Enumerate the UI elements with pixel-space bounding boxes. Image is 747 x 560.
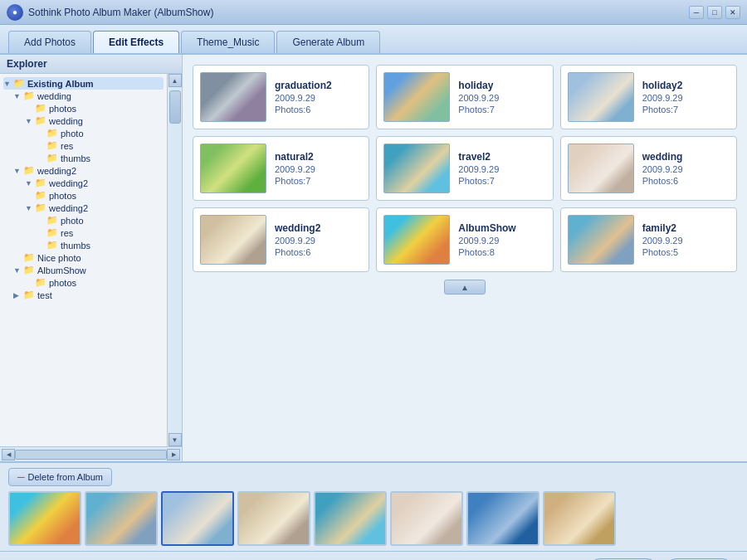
- album-card-wedding-album[interactable]: wedding 2009.9.29 Photos:6: [560, 136, 737, 201]
- strip-thumbnail-s7[interactable]: [466, 491, 540, 546]
- album-photos-count: Photos:7: [458, 105, 499, 114]
- tree-item-thumbs2[interactable]: 📁 thumbs: [3, 239, 164, 251]
- folder-icon: 📁: [13, 78, 25, 89]
- scroll-left-button[interactable]: ◀: [2, 449, 15, 460]
- strip-thumbnail-s8[interactable]: [543, 491, 616, 546]
- tree-item-res1[interactable]: 📁 res: [3, 139, 164, 152]
- restore-button[interactable]: □: [707, 6, 722, 19]
- footer: 💾 Save ◀ Back Next ▶: [0, 551, 747, 560]
- tree-item-photos2[interactable]: 📁 photos: [3, 189, 164, 202]
- tree-item-wedding[interactable]: ▼ 📁 wedding: [3, 90, 164, 102]
- album-name: graduation2: [275, 80, 332, 91]
- album-photos-count: Photos:6: [275, 247, 320, 257]
- tree-label: AlbumShow: [37, 265, 86, 275]
- album-photos-count: Photos:5: [642, 247, 683, 257]
- expand-icon: ▶: [13, 291, 22, 299]
- tree-item-photos3[interactable]: 📁 photos: [3, 276, 164, 289]
- album-card-travel2[interactable]: travel2 2009.9.29 Photos:7: [376, 136, 553, 201]
- tree-item-photos1[interactable]: 📁 photos: [3, 102, 164, 114]
- tree-item-wedding2-sub2[interactable]: ▼ 📁 wedding2: [3, 202, 164, 214]
- tree-label: res: [61, 228, 73, 238]
- album-thumbnail: [383, 72, 450, 122]
- vertical-scrollbar[interactable]: ▲ ▼: [167, 74, 182, 446]
- tree-label: test: [37, 290, 52, 300]
- tab-bar: Add Photos Edit Effects Theme_Music Gene…: [0, 25, 747, 55]
- album-card-family2[interactable]: family2 2009.9.29 Photos:5: [560, 207, 737, 272]
- album-date: 2009.9.29: [458, 164, 499, 174]
- close-button[interactable]: ✕: [725, 6, 740, 19]
- tab-add-photos[interactable]: Add Photos: [8, 31, 91, 53]
- tree-label: photos: [49, 191, 76, 201]
- album-card-holiday2[interactable]: holiday2 2009.9.29 Photos:7: [560, 65, 737, 129]
- title-bar: ● Sothink Photo Album Maker (AlbumShow) …: [0, 0, 747, 25]
- folder-icon: 📁: [23, 252, 35, 263]
- title-bar-controls: ─ □ ✕: [689, 6, 740, 19]
- tree-item-test[interactable]: ▶ 📁 test: [3, 289, 164, 301]
- expand-icon: ▼: [25, 179, 33, 187]
- album-info: holiday 2009.9.29 Photos:7: [458, 80, 499, 114]
- album-info: travel2 2009.9.29 Photos:7: [458, 151, 499, 186]
- folder-icon: 📁: [23, 165, 35, 176]
- strip-thumbnail-s5[interactable]: [314, 491, 387, 546]
- strip-thumbnail-s1[interactable]: [8, 491, 81, 546]
- photo-strip: [8, 491, 739, 546]
- album-name: wedding: [642, 151, 683, 163]
- album-photos-count: Photos:7: [642, 105, 683, 114]
- tree-label: Nice photo: [37, 253, 81, 263]
- tree-item-wedding-sub[interactable]: ▼ 📁 wedding: [3, 114, 164, 127]
- delete-from-album-button[interactable]: ─ Delete from Album: [8, 468, 112, 486]
- folder-icon: 📁: [23, 290, 35, 300]
- tree-item-thumbs1[interactable]: 📁 thumbs: [3, 152, 164, 164]
- tab-theme-music[interactable]: Theme_Music: [181, 31, 275, 53]
- folder-icon: 📁: [46, 240, 58, 251]
- folder-icon: 📁: [35, 202, 46, 213]
- expand-icon: ▼: [25, 204, 33, 212]
- sidebar: Explorer ▼ 📁 Existing Album ▼ 📁 wedding: [0, 55, 183, 461]
- app-icon: ●: [7, 4, 23, 21]
- folder-icon: 📁: [35, 115, 46, 126]
- tree-item-photo1[interactable]: 📁 photo: [3, 127, 164, 139]
- tree-item-albumshow[interactable]: ▼ 📁 AlbumShow: [3, 264, 164, 276]
- strip-thumbnail-s4[interactable]: [237, 491, 310, 546]
- tree-item-res2[interactable]: 📁 res: [3, 226, 164, 239]
- expand-icon: ▼: [25, 117, 33, 125]
- scroll-right-button[interactable]: ▶: [167, 449, 180, 460]
- strip-thumbnail-s3[interactable]: [161, 491, 234, 546]
- album-name: holiday: [458, 80, 499, 91]
- tab-edit-effects[interactable]: Edit Effects: [93, 31, 179, 53]
- folder-icon: 📁: [35, 190, 46, 201]
- scroll-thumb[interactable]: [169, 90, 181, 124]
- album-card-natural2[interactable]: natural2 2009.9.29 Photos:7: [193, 136, 369, 201]
- tree-label: photo: [61, 129, 84, 139]
- album-photos-count: Photos:7: [458, 176, 499, 186]
- tree-label: wedding: [49, 116, 83, 126]
- folder-icon: 📁: [35, 178, 46, 188]
- tab-generate-album[interactable]: Generate Album: [276, 31, 380, 53]
- minus-icon: ─: [17, 471, 25, 483]
- collapse-button[interactable]: ▲: [444, 280, 486, 295]
- album-card-holiday[interactable]: holiday 2009.9.29 Photos:7: [376, 65, 553, 129]
- tree-item-nice-photo[interactable]: 📁 Nice photo: [3, 251, 164, 264]
- horizontal-scrollbar: ◀ ▶: [0, 446, 182, 461]
- tree-item-wedding2-sub[interactable]: ▼ 📁 wedding2: [3, 177, 164, 189]
- scroll-down-button[interactable]: ▼: [168, 433, 182, 446]
- tree-item-wedding2[interactable]: ▼ 📁 wedding2: [3, 164, 164, 177]
- album-photos-count: Photos:6: [642, 176, 683, 186]
- album-name: family2: [642, 222, 683, 234]
- tree-label: thumbs: [61, 153, 90, 163]
- tree-item-photo2[interactable]: 📁 photo: [3, 214, 164, 226]
- album-card-wedding2-album[interactable]: wedding2 2009.9.29 Photos:6: [193, 207, 369, 272]
- album-card-graduation2[interactable]: graduation2 2009.9.29 Photos:6: [193, 65, 369, 129]
- album-date: 2009.9.29: [642, 93, 683, 103]
- album-name: natural2: [275, 151, 315, 163]
- tree-label: res: [61, 141, 73, 151]
- album-info: graduation2 2009.9.29 Photos:6: [275, 80, 332, 114]
- tree-label: wedding2: [49, 178, 88, 188]
- minimize-button[interactable]: ─: [689, 6, 704, 19]
- arrow-area: ▲: [193, 279, 737, 295]
- scroll-up-button[interactable]: ▲: [168, 74, 182, 87]
- tree-item-existing-album[interactable]: ▼ 📁 Existing Album: [3, 77, 164, 90]
- strip-thumbnail-s2[interactable]: [85, 491, 158, 546]
- strip-thumbnail-s6[interactable]: [390, 491, 463, 546]
- album-card-albumshow-album[interactable]: AlbumShow 2009.9.29 Photos:8: [376, 207, 553, 272]
